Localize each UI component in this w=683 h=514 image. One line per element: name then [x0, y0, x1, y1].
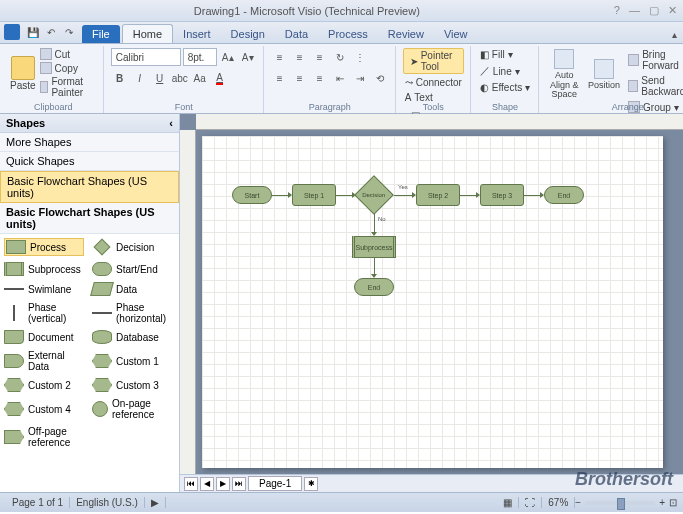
status-language[interactable]: English (U.S.): [70, 497, 145, 508]
format-painter-button[interactable]: Format Painter: [40, 76, 97, 98]
node-step3[interactable]: Step 3: [480, 184, 524, 206]
strike-icon[interactable]: abc: [171, 69, 189, 87]
app-icon[interactable]: [4, 24, 20, 40]
view-fullscreen-icon[interactable]: ⛶: [519, 497, 542, 508]
align-right-icon[interactable]: ≡: [311, 69, 329, 87]
node-end1[interactable]: End: [544, 186, 584, 204]
align-bottom-icon[interactable]: ≡: [311, 48, 329, 66]
shape-decision[interactable]: Decision: [92, 238, 172, 256]
zoom-level[interactable]: 67%: [542, 497, 575, 508]
close-icon[interactable]: ✕: [668, 4, 677, 16]
fit-page-icon[interactable]: ⊡: [669, 497, 677, 508]
font-color-icon[interactable]: A: [211, 69, 229, 87]
node-start[interactable]: Start: [232, 186, 272, 204]
zoom-in-button[interactable]: +: [659, 497, 665, 508]
last-page-button[interactable]: ⏭: [232, 477, 246, 491]
help-icon[interactable]: ?: [614, 4, 620, 16]
cut-button[interactable]: Cut: [40, 48, 97, 60]
connector[interactable]: [374, 214, 375, 234]
shape-custom1[interactable]: Custom 1: [92, 350, 172, 372]
italic-icon[interactable]: I: [131, 69, 149, 87]
align-top-icon[interactable]: ≡: [271, 48, 289, 66]
indent-inc-icon[interactable]: ⇥: [351, 69, 369, 87]
font-size-select[interactable]: 8pt.: [183, 48, 217, 66]
zoom-slider[interactable]: [585, 501, 655, 505]
tab-design[interactable]: Design: [221, 25, 275, 43]
autoalign-button[interactable]: Auto Align & Space: [546, 48, 582, 101]
chevron-left-icon[interactable]: ‹: [169, 117, 173, 129]
underline-icon[interactable]: U: [151, 69, 169, 87]
new-page-button[interactable]: ✱: [304, 477, 318, 491]
view-normal-icon[interactable]: ▦: [497, 497, 519, 508]
tab-home[interactable]: Home: [122, 24, 173, 43]
tab-file[interactable]: File: [82, 25, 120, 43]
pointer-tool-button[interactable]: ➤Pointer Tool: [403, 48, 464, 74]
shape-document[interactable]: Document: [4, 330, 84, 344]
shape-custom3[interactable]: Custom 3: [92, 378, 172, 392]
tab-review[interactable]: Review: [378, 25, 434, 43]
shape-data[interactable]: Data: [92, 282, 172, 296]
quick-shapes[interactable]: Quick Shapes: [0, 152, 179, 171]
shape-custom4[interactable]: Custom 4: [4, 398, 84, 420]
font-name-select[interactable]: Calibri: [111, 48, 181, 66]
shape-process[interactable]: Process: [4, 238, 84, 256]
zoom-out-button[interactable]: −: [575, 497, 581, 508]
shape-phase-vertical[interactable]: Phase (vertical): [4, 302, 84, 324]
rotate-icon[interactable]: ⟲: [371, 69, 389, 87]
connector[interactable]: [394, 195, 414, 196]
shape-custom2[interactable]: Custom 2: [4, 378, 84, 392]
node-end2[interactable]: End: [354, 278, 394, 296]
bring-forward-button[interactable]: Bring Forward ▾: [626, 48, 683, 72]
tab-process[interactable]: Process: [318, 25, 378, 43]
tab-insert[interactable]: Insert: [173, 25, 221, 43]
orientation-icon[interactable]: ↻: [331, 48, 349, 66]
tab-view[interactable]: View: [434, 25, 478, 43]
line-button[interactable]: ／Line ▾: [478, 63, 532, 79]
node-subprocess[interactable]: Subprocess: [352, 236, 396, 258]
qat-redo-icon[interactable]: ↷: [60, 23, 78, 41]
shape-external-data[interactable]: External Data: [4, 350, 84, 372]
status-macro-icon[interactable]: ▶: [145, 497, 166, 508]
indent-dec-icon[interactable]: ⇤: [331, 69, 349, 87]
minimize-icon[interactable]: —: [629, 4, 640, 16]
paste-button[interactable]: Paste: [10, 48, 36, 98]
shapes-header[interactable]: Shapes‹: [0, 114, 179, 133]
qat-save-icon[interactable]: 💾: [24, 23, 42, 41]
align-middle-icon[interactable]: ≡: [291, 48, 309, 66]
position-button[interactable]: Position: [586, 48, 622, 101]
prev-page-button[interactable]: ◀: [200, 477, 214, 491]
send-backward-button[interactable]: Send Backward ▾: [626, 74, 683, 98]
shrink-font-icon[interactable]: A▾: [239, 48, 257, 66]
effects-button[interactable]: ◐Effects ▾: [478, 81, 532, 94]
status-page[interactable]: Page 1 of 1: [6, 497, 70, 508]
fill-button[interactable]: ◧Fill ▾: [478, 48, 532, 61]
case-icon[interactable]: Aa: [191, 69, 209, 87]
connector-button[interactable]: ⤳Connector: [403, 76, 464, 89]
maximize-icon[interactable]: ▢: [649, 4, 659, 16]
shape-subprocess[interactable]: Subprocess: [4, 262, 84, 276]
drawing-page[interactable]: Start Step 1 Decision Yes Step 2 Step 3 …: [202, 136, 663, 468]
bold-icon[interactable]: B: [111, 69, 129, 87]
grow-font-icon[interactable]: A▴: [219, 48, 237, 66]
shape-onpage[interactable]: On-page reference: [92, 398, 172, 420]
tab-data[interactable]: Data: [275, 25, 318, 43]
shape-phase-horizontal[interactable]: Phase (horizontal): [92, 302, 172, 324]
shape-database[interactable]: Database: [92, 330, 172, 344]
bullets-icon[interactable]: ⋮: [351, 48, 369, 66]
copy-button[interactable]: Copy: [40, 62, 97, 74]
align-left-icon[interactable]: ≡: [271, 69, 289, 87]
stencil-basic-flowchart[interactable]: Basic Flowchart Shapes (US units): [0, 171, 179, 203]
node-step2[interactable]: Step 2: [416, 184, 460, 206]
node-step1[interactable]: Step 1: [292, 184, 336, 206]
shape-startend[interactable]: Start/End: [92, 262, 172, 276]
qat-undo-icon[interactable]: ↶: [42, 23, 60, 41]
more-shapes[interactable]: More Shapes: [0, 133, 179, 152]
page-tab-1[interactable]: Page-1: [248, 476, 302, 491]
next-page-button[interactable]: ▶: [216, 477, 230, 491]
stencil-header[interactable]: Basic Flowchart Shapes (US units): [0, 203, 179, 234]
align-center-icon[interactable]: ≡: [291, 69, 309, 87]
shape-swimlane[interactable]: Swimlane: [4, 282, 84, 296]
shape-offpage[interactable]: Off-page reference: [4, 426, 84, 448]
ribbon-minimize-icon[interactable]: ▴: [665, 25, 683, 43]
node-decision[interactable]: Decision: [354, 175, 394, 215]
